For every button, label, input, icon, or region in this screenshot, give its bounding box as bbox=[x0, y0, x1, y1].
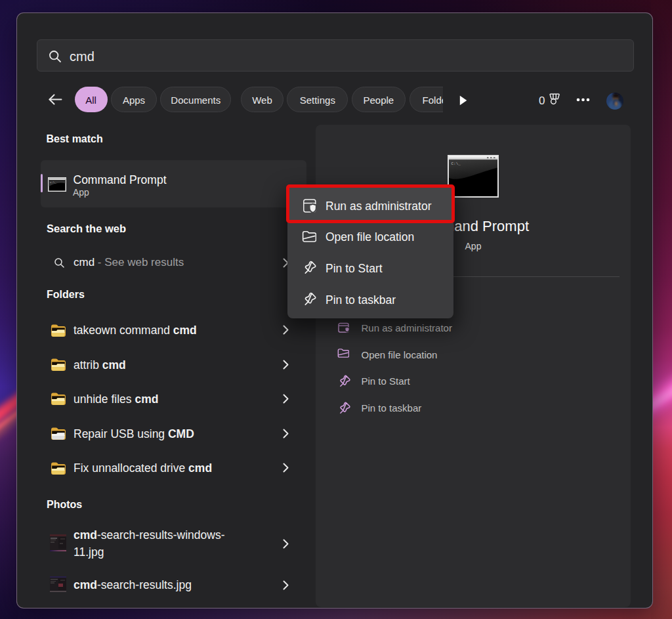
svg-text:C:\_: C:\_ bbox=[50, 181, 56, 184]
svg-text:C:\_: C:\_ bbox=[451, 161, 461, 165]
